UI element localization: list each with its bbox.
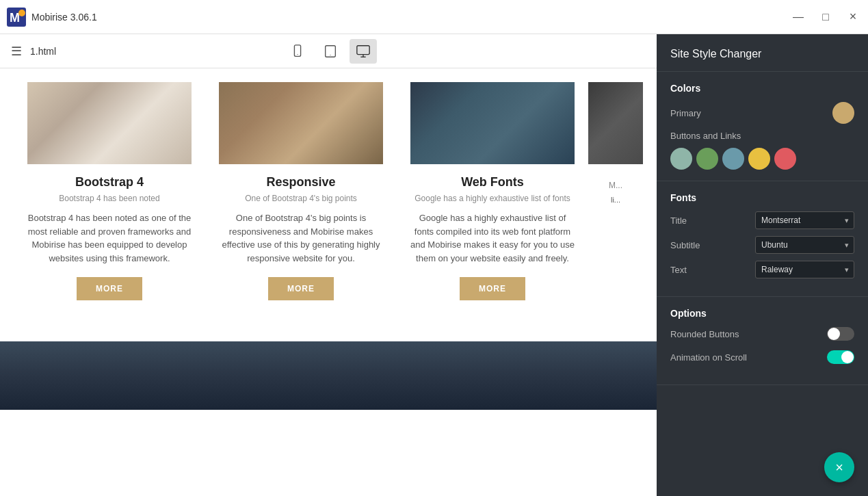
subtitle-font-select-wrapper: Ubuntu Montserrat Raleway [755, 236, 854, 254]
colors-label: Colors [670, 83, 854, 94]
text-font-row: Text Raleway Montserrat Ubuntu [670, 261, 854, 278]
primary-color-row: Primary [670, 102, 854, 124]
card4-image [588, 82, 643, 164]
swatch-teal[interactable] [670, 148, 692, 170]
animation-scroll-row: Animation on Scroll [670, 350, 854, 364]
swatch-yellow[interactable] [748, 148, 770, 170]
card1-more-button[interactable]: MORE [77, 277, 142, 300]
panel-header: Site Style Changer [657, 34, 868, 72]
swatch-bluegray[interactable] [722, 148, 744, 170]
card-partial: M... li... [588, 82, 643, 314]
rounded-buttons-toggle-thumb [828, 328, 840, 340]
sidebar-panel: Site Style Changer Colors Primary Button… [657, 34, 868, 496]
minimize-button[interactable]: — [790, 9, 806, 25]
animation-scroll-label: Animation on Scroll [670, 352, 747, 363]
subtitle-font-select[interactable]: Ubuntu Montserrat Raleway [755, 236, 854, 254]
text-font-select[interactable]: Raleway Montserrat Ubuntu [755, 261, 854, 278]
card3-title: Web Fonts [461, 175, 524, 190]
color-swatches [670, 148, 854, 170]
rounded-buttons-label: Rounded Buttons [670, 329, 739, 339]
bottom-section [0, 341, 657, 410]
panel-title: Site Style Changer [670, 48, 854, 60]
text-font-select-wrapper: Raleway Montserrat Ubuntu [755, 261, 854, 278]
card-webfonts: Web Fonts Google has a highly exhaustive… [397, 82, 588, 314]
options-section: Options Rounded Buttons Animation on Scr… [657, 297, 868, 385]
mobile-view-button[interactable] [284, 39, 311, 64]
buttons-links-row: Buttons and Links [670, 131, 854, 141]
rounded-buttons-toggle[interactable] [827, 327, 854, 341]
card4-subtext: li... [608, 196, 623, 204]
card-bootstrap: Bootstrap 4 Bootstrap 4 has been noted B… [14, 82, 205, 314]
primary-label: Primary [670, 108, 701, 118]
subtitle-font-label: Subtitle [670, 240, 711, 250]
card1-image [27, 82, 192, 164]
card3-more-button[interactable]: MORE [460, 277, 525, 300]
fonts-section: Fonts Title Montserrat Ubuntu Raleway Op… [657, 181, 868, 297]
app-icon: M [7, 8, 26, 27]
text-font-label: Text [670, 265, 711, 275]
card2-image [219, 82, 383, 164]
svg-point-2 [18, 10, 25, 16]
cards-section: Bootstrap 4 Bootstrap 4 has been noted B… [0, 68, 657, 341]
desktop-view-button[interactable] [350, 39, 377, 64]
options-label: Options [670, 308, 854, 319]
card3-text: Google has a highly exhaustive list of f… [410, 211, 575, 265]
card3-image [410, 82, 575, 164]
card3-subtitle: Google has a highly exhaustive list of f… [415, 194, 570, 203]
app-title: Mobirise 3.06.1 [31, 12, 97, 23]
swatch-green[interactable] [696, 148, 718, 170]
card-responsive: Responsive One of Bootstrap 4's big poin… [205, 82, 397, 314]
card2-subtitle: One of Bootstrap 4's big points [245, 194, 357, 203]
title-font-row: Title Montserrat Ubuntu Raleway Open San… [670, 211, 854, 229]
primary-color-swatch[interactable] [832, 102, 854, 124]
tablet-view-button[interactable] [317, 39, 344, 64]
card2-title: Responsive [266, 175, 335, 190]
svg-rect-7 [357, 45, 369, 54]
fab-button[interactable]: × [824, 452, 854, 482]
animation-scroll-toggle-thumb [841, 351, 854, 363]
card2-text: One of Bootstrap 4's big points is respo… [219, 211, 383, 265]
svg-text:M: M [10, 11, 20, 25]
card2-more-button[interactable]: MORE [268, 277, 334, 300]
title-bar: M Mobirise 3.06.1 — □ × [0, 0, 868, 34]
fonts-label: Fonts [670, 192, 854, 203]
animation-scroll-toggle[interactable] [827, 350, 854, 364]
file-name: 1.html [30, 46, 56, 57]
hamburger-icon[interactable]: ☰ [11, 44, 22, 59]
card1-title: Bootstrap 4 [75, 175, 144, 190]
maximize-button[interactable]: □ [817, 9, 834, 25]
toolbar: ☰ 1.html [0, 34, 657, 68]
colors-section: Colors Primary Buttons and Links [657, 72, 868, 181]
card1-subtitle: Bootstrap 4 has been noted [59, 194, 159, 203]
card1-text: Bootstrap 4 has been noted as one of the… [27, 211, 192, 265]
buttons-links-label: Buttons and Links [670, 131, 741, 141]
close-button[interactable]: × [845, 9, 861, 25]
card4-text: M... [606, 175, 625, 196]
subtitle-font-row: Subtitle Ubuntu Montserrat Raleway [670, 236, 854, 254]
title-font-select-wrapper: Montserrat Ubuntu Raleway Open Sans [755, 211, 854, 229]
fab-icon: × [835, 460, 843, 475]
title-font-label: Title [670, 216, 711, 226]
swatch-red[interactable] [774, 148, 796, 170]
rounded-buttons-row: Rounded Buttons [670, 327, 854, 341]
canvas-area: ☰ 1.html [0, 34, 657, 496]
title-font-select[interactable]: Montserrat Ubuntu Raleway Open Sans [755, 211, 854, 229]
